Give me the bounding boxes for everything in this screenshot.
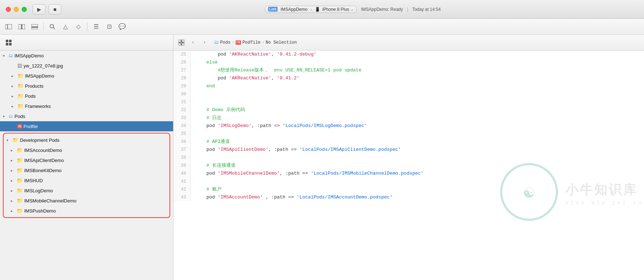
sidebar-item-development-pods[interactable]: 📁 Development Pods (4, 135, 169, 145)
build-time: Today at 14:54 (412, 7, 441, 12)
close-button[interactable] (6, 7, 11, 12)
search-icon[interactable] (47, 21, 58, 32)
tree-arrow-closed (11, 158, 17, 162)
sidebar-item-imshud[interactable]: 📁 IMSHUD (4, 175, 169, 185)
tree-arrow-closed (11, 189, 17, 193)
separator-2 (87, 22, 87, 31)
play-button[interactable]: ▶ (33, 4, 46, 14)
pods-icon: 🗂 (214, 40, 219, 45)
sidebar-item-label: IMSHUD (24, 178, 43, 183)
link-badge: Link (268, 7, 278, 12)
sidebar-item-pods-top[interactable]: 📁 Pods (0, 91, 173, 101)
sidebar-item-frameworks[interactable]: 📁 Frameworks (0, 101, 173, 111)
tree-arrow-open (3, 114, 9, 118)
code-line: 31 (173, 98, 644, 106)
sidebar-item-imsappdemo-folder[interactable]: 📁 IMSAppDemo (0, 71, 173, 81)
tree-arrow-open (7, 138, 12, 142)
sidebar-toolbar (0, 35, 173, 51)
assistant-editor-icon[interactable] (29, 21, 40, 32)
breakpoints-icon[interactable]: ◇ (73, 21, 84, 32)
code-line: 36 # API通道 (173, 138, 644, 146)
version-editor-icon[interactable] (16, 21, 27, 32)
lines-icon[interactable]: ☰ (90, 21, 102, 32)
sidebar-item-imsapiclientdemo[interactable]: 📁 IMSApiClientDemo (4, 155, 169, 165)
sidebar-item-imsappdemo-root[interactable]: 🗂 IMSAppDemo (0, 51, 173, 61)
sidebar-item-label: Development Pods (20, 137, 60, 143)
titlebar: ▶ ■ Link IMSAppDemo › 📱 iPhone 8 Plus ⌄ … (0, 0, 644, 19)
folder-icon: 📁 (17, 198, 23, 204)
code-editor[interactable]: ‹ › 🗂 Pods › rb Podfile › No Selection 2… (173, 35, 644, 280)
sidebar-item-imsbonekitdemo[interactable]: 📁 IMSBoneKitDemo (4, 165, 169, 175)
status-info: IMSAppDemo: Ready | Today at 14:54 (361, 7, 441, 12)
titlebar-center: Link IMSAppDemo › 📱 iPhone 8 Plus ⌄ IMSA… (67, 6, 638, 13)
tree-arrow-closed (11, 179, 17, 183)
sidebar-item-label: Podfile (23, 124, 38, 129)
svg-rect-12 (179, 40, 181, 42)
maximize-button[interactable] (22, 7, 27, 12)
code-line: 40 pod 'IMSMobileChannelDemo', :path => … (173, 170, 644, 178)
code-line: 34 pod 'IMSLogDemo', :path => 'LocalPods… (173, 122, 644, 130)
svg-rect-8 (6, 40, 8, 42)
folder-icon: 📁 (17, 208, 23, 214)
code-area: 25 pod 'AKReactNative', '0.41.2-debug' 2… (173, 51, 644, 201)
device-icon: 📱 (315, 7, 320, 12)
sidebar-item-pods-group[interactable]: 🗂 Pods (0, 111, 173, 121)
code-line: 42 # 账户 (173, 185, 644, 193)
sidebar-item-label: IMSAppDemo (25, 73, 54, 79)
folder-icon: 📁 (17, 188, 23, 193)
code-line: 43 pod 'IMSAccountDemo' , :path => 'Loca… (173, 193, 644, 201)
sidebar-item-label: IMSLogDemo (24, 188, 53, 193)
rb-badge: rb (236, 40, 241, 45)
minimize-button[interactable] (14, 7, 19, 12)
code-line: 30 (173, 90, 644, 98)
code-line: 27 #想使用Release版本， env USE_RN_RELEASE=1 p… (173, 66, 644, 74)
tree-arrow-open (3, 54, 9, 58)
svg-rect-15 (182, 43, 184, 45)
folder-icon: 📁 (12, 137, 18, 143)
folder-icon: 📁 (17, 93, 23, 99)
editor-toolbar: ‹ › 🗂 Pods › rb Podfile › No Selection (173, 35, 644, 51)
sidebar-item-label: IMSBoneKitDemo (24, 168, 61, 173)
device-name: iPhone 8 Plus (322, 7, 349, 12)
back-button[interactable]: ‹ (188, 38, 198, 48)
separator-1 (43, 22, 44, 31)
tree-arrow-closed (11, 209, 17, 213)
forward-button[interactable]: › (199, 38, 210, 48)
code-line: 38 (173, 154, 644, 162)
folder-icon: 📁 (17, 178, 23, 183)
sidebar-item-podfile[interactable]: rb Podfile (0, 121, 173, 131)
sidebar-item-imslogdemo[interactable]: 📁 IMSLogDemo (4, 185, 169, 196)
sidebar-item-imspushdemo[interactable]: 📁 IMSPushDemo (4, 206, 169, 216)
sidebar-grid-icon[interactable] (3, 37, 14, 48)
tree-arrow-closed (12, 84, 17, 88)
svg-rect-3 (22, 24, 25, 29)
scheme-name: IMSAppDemo (280, 7, 308, 12)
hierarchy-icon[interactable]: ⊡ (103, 21, 115, 32)
sidebar-item-yw-file[interactable]: 🖼 yw_1222_07e8.jpg (0, 61, 173, 71)
folder-icon: 📁 (17, 147, 23, 153)
sidebar-item-imsmobilechanneldemo[interactable]: 📁 IMSMobileChannelDemo (4, 196, 169, 206)
main-content: 🗂 IMSAppDemo 🖼 yw_1222_07e8.jpg 📁 IMSApp… (0, 35, 644, 280)
sidebar-item-products[interactable]: 📁 Products (0, 81, 173, 91)
scheme-selector[interactable]: Link IMSAppDemo › 📱 iPhone 8 Plus ⌄ (265, 6, 357, 13)
image-icon: 🖼 (17, 63, 22, 69)
folder-icon: 📁 (17, 103, 23, 109)
svg-rect-13 (182, 40, 184, 42)
stop-button[interactable]: ■ (48, 4, 61, 14)
svg-rect-2 (18, 24, 21, 29)
grid-view-button[interactable] (176, 38, 186, 48)
svg-rect-14 (179, 43, 181, 45)
sidebar-item-label: Pods (14, 114, 25, 119)
titlebar-controls: ▶ ■ (33, 4, 61, 14)
svg-rect-9 (9, 40, 12, 42)
sidebar-item-label: yw_1222_07e8.jpg (23, 63, 63, 69)
sidebar-item-imsaccountdemo[interactable]: 📁 IMSAccountDemo (4, 145, 169, 155)
sidebar-toggle-icon[interactable] (3, 21, 14, 32)
group-icon: 🗂 (9, 114, 13, 119)
ruby-icon: rb (17, 124, 22, 128)
sidebar-item-label: Pods (25, 93, 36, 99)
comment-icon[interactable]: 💬 (116, 21, 128, 32)
code-line: 39 # 长连接通道 (173, 162, 644, 170)
warning-icon[interactable]: △ (60, 21, 71, 32)
tree-arrow-closed (11, 148, 17, 152)
